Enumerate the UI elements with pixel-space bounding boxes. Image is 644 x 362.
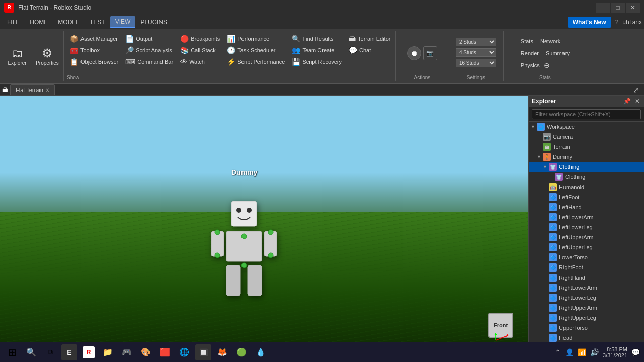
taskview-button[interactable]: ⧉ (42, 344, 58, 360)
explorer-button[interactable]: 🗂 Explorer (3, 43, 31, 69)
call-stack-button[interactable]: 📚 Call Stack (177, 45, 223, 56)
app1-button[interactable]: 🎮 (119, 344, 135, 360)
search-button[interactable]: 🔍 (23, 344, 39, 360)
clothing2-chevron (549, 174, 555, 179)
tree-item-lefthand[interactable]: 🔷 LeftHand (529, 202, 644, 212)
studs-4-select[interactable]: 4 Studs (456, 48, 496, 57)
tree-item-rightlowerleg[interactable]: 🔷 RightLowerLeg (529, 293, 644, 303)
close-button[interactable]: ✕ (626, 3, 640, 13)
studs-2-select[interactable]: 2 Studs (456, 38, 496, 46)
tree-item-leftfoot[interactable]: 🔷 LeftFoot (529, 192, 644, 202)
tree-item-rightfoot[interactable]: 🔷 RightFoot (529, 262, 644, 273)
whats-new-button[interactable]: What's New (568, 17, 611, 28)
menu-view[interactable]: VIEW (110, 16, 136, 28)
tree-item-rightupperleg[interactable]: 🔷 RightUpperLeg (529, 313, 644, 323)
performance-button[interactable]: 📊 Performance (224, 33, 288, 44)
tab-close[interactable]: ✕ (45, 87, 49, 93)
windows-explorer-button[interactable]: 📁 (100, 344, 116, 360)
explorer-filter-input[interactable] (532, 109, 641, 119)
epic-games-button[interactable]: E (61, 344, 77, 360)
terrain-editor-button[interactable]: 🏔 Terrain Editor (346, 33, 393, 44)
network-tray-icon[interactable]: 📶 (578, 348, 586, 356)
notification-icon[interactable]: 💬 (631, 348, 640, 356)
svg-point-9 (215, 253, 220, 258)
breakpoints-button[interactable]: 🔴 Breakpoints (177, 33, 223, 44)
tree-item-workspace[interactable]: 🌐 Workspace (529, 122, 644, 132)
roblox-taskbar-button[interactable]: R (80, 344, 97, 360)
terrain-chevron (537, 144, 543, 149)
clock[interactable]: 8:58 PM 3/31/2021 (603, 346, 627, 358)
render-button[interactable]: Render (518, 48, 542, 59)
tree-item-leftlowerarm[interactable]: 🔷 LeftLowerArm (529, 212, 644, 222)
find-results-button[interactable]: 🔍 Find Results (289, 33, 345, 44)
tree-item-dummy[interactable]: 🧍 Dummy (529, 152, 644, 162)
tree-item-lowertorso[interactable]: 🔷 LowerTorso (529, 252, 644, 262)
expand-viewport-button[interactable]: ⤢ (630, 85, 642, 95)
menu-test[interactable]: TEST (85, 17, 110, 28)
explorer-pin-button[interactable]: 📌 (622, 98, 632, 105)
studs-16-select[interactable]: 16 Studs (456, 59, 496, 67)
tree-item-righthand[interactable]: 🔷 RightHand (529, 273, 644, 283)
command-bar-button[interactable]: ⌨ Command Bar (122, 56, 176, 67)
tree-item-leftupperleg[interactable]: 🔷 LeftUpperLeg (529, 242, 644, 252)
firefox-button[interactable]: 🦊 (214, 344, 230, 360)
stats-button[interactable]: Stats (518, 36, 536, 47)
tree-item-humanoid[interactable]: 🤖 Humanoid (529, 182, 644, 192)
tree-item-leftupperarm[interactable]: 🔷 LeftUpperArm (529, 232, 644, 242)
camera-button[interactable]: 📷 (423, 46, 437, 60)
physics-button[interactable]: Physics (518, 60, 543, 71)
app3-button[interactable]: 🟥 (157, 344, 173, 360)
app5-button[interactable]: 💧 (253, 344, 269, 360)
script-recovery-icon: 💾 (292, 58, 300, 66)
roblox-player-button[interactable]: 🔲 (195, 344, 211, 360)
menu-home[interactable]: HOME (25, 17, 53, 28)
tree-item-head[interactable]: 🔷 Head (529, 333, 644, 343)
script-analysis-button[interactable]: 🔎 Script Analysis (122, 45, 176, 56)
object-browser-button[interactable]: 📋 Object Browser (67, 56, 121, 67)
tree-item-leftlowerleg[interactable]: 🔷 LeftLowerLeg (529, 222, 644, 232)
tree-item-camera[interactable]: 📷 Camera (529, 132, 644, 142)
script-recovery-button[interactable]: 💾 Script Recovery (289, 56, 345, 67)
toolbar-section-settings: 2 Studs 4 Studs 16 Studs Settings (448, 31, 504, 81)
tree-item-rightlowerarm[interactable]: 🔷 RightLowerArm (529, 283, 644, 293)
tray-up-arrow[interactable]: ⌃ (555, 348, 561, 356)
physics-icon[interactable]: ⊖ (544, 61, 550, 69)
script-performance-button[interactable]: ⚡ Script Performance (224, 56, 288, 67)
viewport-tab[interactable]: Flat Terrain ✕ (10, 84, 55, 95)
menu-file[interactable]: FILE (2, 17, 25, 28)
tree-item-uppertorso[interactable]: 🔷 UpperTorso (529, 323, 644, 333)
tree-item-terrain[interactable]: 🏔 Terrain (529, 142, 644, 152)
network-button[interactable]: Network (537, 36, 564, 47)
rightupperarm-icon: 🔷 (549, 304, 557, 312)
show-col-2: 📄 Output 🔎 Script Analysis ⌨ Command Bar (122, 32, 176, 74)
app2-button[interactable]: 🎨 (138, 344, 154, 360)
explorer-close-button[interactable]: ✕ (634, 98, 641, 105)
summary-button[interactable]: Summary (543, 48, 573, 59)
record-button[interactable]: ⏺ (407, 46, 421, 60)
help-icon[interactable]: ? (615, 19, 619, 26)
properties-button[interactable]: ⚙ Properties (33, 43, 61, 69)
menu-plugins[interactable]: PLUGINS (135, 17, 172, 28)
toolbox-button[interactable]: 🧰 Toolbox (67, 45, 121, 56)
toolbar-section-main: 🗂 Explorer ⚙ Properties (1, 31, 64, 81)
tree-item-clothing-selected[interactable]: 👕 Clothing (529, 162, 644, 172)
maximize-button[interactable]: □ (611, 3, 625, 13)
watch-button[interactable]: 👁 Watch (177, 56, 223, 67)
asset-manager-button[interactable]: 📦 Asset Manager (67, 33, 121, 44)
volume-icon[interactable]: 🔊 (590, 348, 599, 356)
minimize-button[interactable]: ─ (596, 3, 610, 13)
menu-model[interactable]: MODEL (53, 17, 85, 28)
roblox-icon: R (83, 346, 95, 358)
chat-button[interactable]: 💬 Chat (346, 45, 393, 56)
edge-button[interactable]: 🌐 (176, 344, 192, 360)
task-scheduler-button[interactable]: 🕐 Task Scheduler (224, 45, 288, 56)
command-bar-icon: ⌨ (125, 58, 135, 66)
people-icon[interactable]: 👤 (565, 348, 574, 356)
start-button[interactable]: ⊞ (4, 344, 20, 360)
tree-item-clothing2[interactable]: 👕 Clothing (529, 172, 644, 182)
viewport[interactable]: Dummy (0, 96, 528, 353)
team-create-button[interactable]: 👥 Team Create (289, 45, 345, 56)
tree-item-rightupperarm[interactable]: 🔷 RightUpperArm (529, 303, 644, 313)
app4-button[interactable]: 🟢 (233, 344, 250, 360)
output-button[interactable]: 📄 Output (122, 33, 176, 44)
